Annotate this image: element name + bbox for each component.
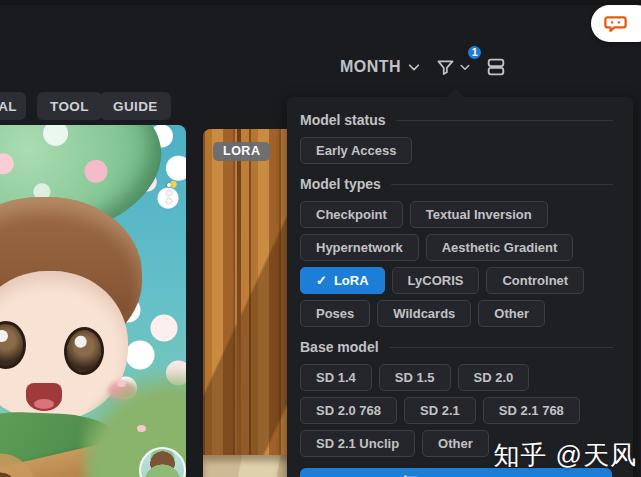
filter-option-sd20-768[interactable]: SD 2.0 768: [300, 397, 397, 424]
layout-toggle[interactable]: [485, 55, 507, 79]
filter-option-other-type[interactable]: Other: [478, 300, 545, 327]
filter-panel: Model status Early Access Model types Ch…: [287, 97, 633, 477]
section-title: Base model: [300, 339, 379, 355]
filter-option-other-base[interactable]: Other: [422, 430, 489, 457]
filter-option-sd21-unclip[interactable]: SD 2.1 Unclip: [300, 430, 415, 457]
filter-option-sd20[interactable]: SD 2.0: [458, 364, 530, 391]
tag-chip-cut[interactable]: AL: [0, 92, 26, 120]
filter-option-lycoris[interactable]: LyCORIS: [392, 267, 480, 294]
divider: [389, 347, 613, 348]
card-menu-button[interactable]: [167, 183, 171, 203]
artwork-mouth: [26, 383, 62, 411]
page: MONTH 1 AL TOOL GUIDE: [0, 0, 641, 477]
filter-option-poses[interactable]: Poses: [300, 300, 370, 327]
divider: [391, 184, 613, 185]
artwork-petal: [117, 380, 126, 387]
filter-option-sd21[interactable]: SD 2.1: [404, 397, 476, 424]
filter-toggle[interactable]: 1: [435, 57, 471, 78]
period-label: MONTH: [340, 58, 401, 76]
filter-option-sd21-768[interactable]: SD 2.1 768: [483, 397, 580, 424]
filter-option-hypernetwork[interactable]: Hypernetwork: [300, 234, 419, 261]
chat-bot-icon: [602, 10, 629, 37]
filter-count-badge: 1: [466, 44, 483, 61]
filter-option-early-access[interactable]: Early Access: [300, 137, 412, 164]
divider: [396, 120, 613, 121]
chevron-down-icon: [459, 61, 471, 73]
period-select[interactable]: MONTH: [340, 58, 421, 76]
section-header-model-status: Model status: [300, 112, 613, 128]
section-title: Model status: [300, 112, 386, 128]
filter-option-aesthetic-gradient[interactable]: Aesthetic Gradient: [426, 234, 574, 261]
section-header-model-types: Model types: [300, 176, 613, 192]
model-card-1[interactable]: [0, 125, 186, 477]
filter-option-lora[interactable]: ✓ LoRA: [300, 267, 385, 294]
chevron-down-icon: [407, 60, 421, 74]
model-type-badge: LORA: [213, 142, 270, 161]
section-header-base-model: Base model: [300, 339, 613, 355]
layout-rows-icon: [485, 55, 507, 79]
filter-option-controlnet[interactable]: Controlnet: [486, 267, 584, 294]
tag-chip-guide[interactable]: GUIDE: [100, 92, 171, 120]
panel-caret: [446, 88, 464, 106]
filter-option-label: LoRA: [334, 273, 369, 288]
check-icon: ✓: [316, 274, 327, 287]
top-edge-strip: [0, 0, 641, 5]
topbar: MONTH 1: [340, 50, 507, 84]
filter-option-wildcards[interactable]: Wildcards: [377, 300, 471, 327]
filter-option-checkpoint[interactable]: Checkpoint: [300, 201, 403, 228]
filter-option-sd14[interactable]: SD 1.4: [300, 364, 372, 391]
filter-option-textual-inversion[interactable]: Textual Inversion: [410, 201, 548, 228]
filter-option-sd15[interactable]: SD 1.5: [379, 364, 451, 391]
artwork-petal: [137, 425, 146, 432]
tag-chip-tool[interactable]: TOOL: [37, 92, 102, 120]
assistant-button[interactable]: [591, 5, 641, 42]
artwork-door-frame: [237, 129, 241, 477]
section-title: Model types: [300, 176, 381, 192]
watermark: 知乎 @天风: [493, 438, 637, 473]
filter-icon: [435, 57, 456, 78]
